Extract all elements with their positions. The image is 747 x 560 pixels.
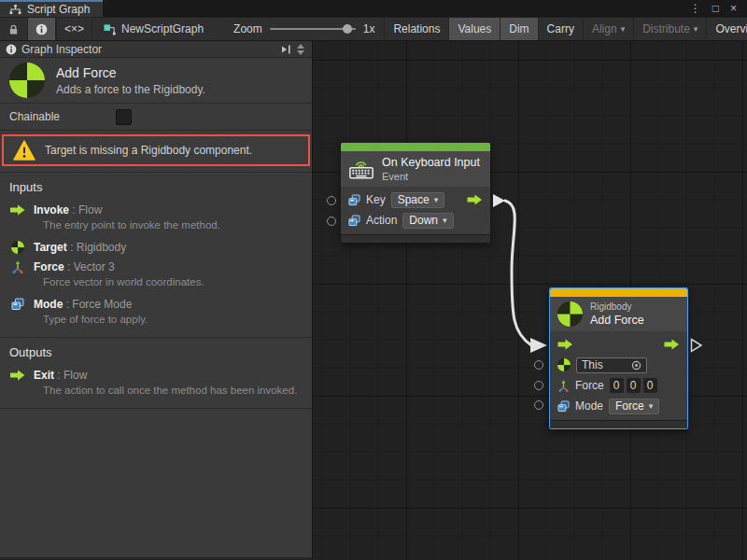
chainable-label: Chainable (9, 110, 60, 123)
inspector-title: Graph Inspector (21, 43, 102, 56)
input-port[interactable] (327, 217, 336, 226)
flow-continue-arrow[interactable] (690, 338, 703, 353)
input-port[interactable] (534, 381, 543, 390)
target-row: This (550, 355, 687, 375)
zoom-slider[interactable] (270, 28, 356, 30)
mode-label: Mode (575, 399, 603, 413)
graph-breadcrumb[interactable]: NewScriptGraph (92, 18, 215, 40)
values-button[interactable]: Values (448, 18, 500, 40)
flow-output-port[interactable] (467, 194, 483, 205)
flow-input-port[interactable] (557, 339, 573, 350)
mode-row: Mode Force ▾ (550, 396, 687, 416)
key-label: Key (366, 193, 386, 206)
enum-icon (9, 298, 26, 311)
chevron-down-icon: ▾ (649, 401, 654, 411)
dock-panel-icon[interactable] (281, 44, 292, 55)
rigidbody-icon (557, 358, 571, 371)
node-title: Add Force (590, 314, 644, 327)
key-dropdown[interactable]: Space ▾ (391, 192, 445, 208)
rigidbody-icon (9, 241, 26, 254)
lock-button[interactable] (0, 18, 28, 40)
chevron-down-icon: ▾ (434, 195, 439, 204)
flow-arrow-icon (9, 370, 26, 381)
event-colorbar (341, 143, 490, 151)
lock-icon (7, 23, 20, 35)
node-subtitle: Event (382, 171, 480, 182)
warning-section: Target is missing a Rigidbody component. (0, 131, 312, 173)
object-picker-icon[interactable] (631, 360, 641, 371)
maximize-icon[interactable]: □ (710, 0, 722, 17)
action-dropdown[interactable]: Down ▾ (402, 213, 453, 229)
port-item-exit: Exit : Flow The action to call once the … (0, 365, 312, 402)
graph-inspector-panel: Graph Inspector Add Force Adds a force t… (0, 41, 313, 560)
scroll-up-icon[interactable] (297, 44, 304, 49)
force-x-field[interactable]: 0 (610, 378, 624, 393)
inputs-section: Inputs Invoke : Flow The entry point to … (0, 173, 312, 338)
wire-start-arrow[interactable] (493, 194, 505, 207)
tab-strip: Script Graph ⋮ □ × (0, 0, 747, 17)
input-port[interactable] (534, 360, 543, 370)
tab-script-graph[interactable]: Script Graph (0, 0, 103, 17)
force-label: Force (575, 379, 604, 392)
force-z-field[interactable]: 0 (643, 378, 657, 393)
info-icon (35, 23, 48, 35)
align-dropdown[interactable]: Align ▾ (583, 18, 633, 40)
force-row: Force 000 (550, 375, 687, 396)
mode-dropdown[interactable]: Force ▾ (609, 399, 659, 414)
force-y-field[interactable]: 0 (627, 378, 641, 393)
enum-icon (557, 400, 570, 413)
node-footer (341, 234, 490, 243)
inspector-titlebar: Graph Inspector (0, 41, 312, 58)
window-controls: ⋮ □ × (687, 0, 747, 17)
graph-name: NewScriptGraph (121, 22, 204, 35)
scroll-down-icon[interactable] (297, 50, 304, 55)
chainable-checkbox[interactable] (116, 109, 132, 125)
input-port[interactable] (327, 196, 336, 205)
close-icon[interactable]: × (727, 0, 740, 17)
zoom-slider-knob[interactable] (343, 24, 352, 34)
scroll-arrows (297, 44, 306, 55)
port-desc: The entry point to invoke the method. (9, 217, 303, 235)
kebab-menu-icon[interactable]: ⋮ (687, 0, 704, 17)
input-port[interactable] (534, 400, 543, 410)
port-item-invoke: Invoke : Flow The entry point to invoke … (0, 200, 312, 237)
distribute-dropdown[interactable]: Distribute ▾ (633, 18, 706, 40)
port-item-target: Target : Rigidbody (0, 237, 312, 257)
port-desc: Type of force to apply. (9, 312, 303, 329)
rigidbody-icon (9, 63, 45, 98)
unit-title: Add Force (56, 65, 205, 80)
inspector-toggle-button[interactable] (28, 18, 56, 40)
keyboard-icon (348, 159, 374, 180)
target-field[interactable]: This (576, 357, 647, 373)
script-graph-window: Script Graph ⋮ □ × <×> NewScriptGraph Zo… (0, 0, 747, 560)
node-footer (550, 420, 687, 428)
dim-button[interactable]: Dim (500, 18, 537, 40)
zoom-control: Zoom 1x (215, 18, 384, 40)
inputs-heading: Inputs (0, 180, 312, 200)
code-view-button[interactable]: <×> (57, 18, 92, 40)
relations-button[interactable]: Relations (384, 18, 448, 40)
carry-button[interactable]: Carry (538, 18, 583, 40)
port-item-force: Force : Vector 3 Force vector in world c… (0, 257, 312, 294)
unit-header: Add Force Adds a force to the Rigidbody. (0, 58, 312, 104)
graph-canvas[interactable]: On Keyboard Input Event Key Space ▾ Acti… (313, 41, 747, 560)
outputs-heading: Outputs (0, 345, 312, 365)
inspector-empty-area (0, 409, 312, 557)
port-desc: The action to call once the method has b… (9, 383, 303, 400)
zoom-label: Zoom (233, 22, 262, 35)
chevron-down-icon: ▾ (694, 24, 698, 34)
unit-summary: Adds a force to the Rigidbody. (56, 83, 205, 96)
key-row: Key Space ▾ (341, 189, 490, 210)
node-add-force[interactable]: Rigidbody Add Force This (549, 287, 688, 429)
warning-colorbar (550, 288, 687, 297)
action-label: Action (366, 214, 397, 227)
flow-output-port[interactable] (664, 339, 680, 350)
outputs-section: Outputs Exit : Flow The action to call o… (0, 338, 312, 409)
chevron-down-icon: ▾ (621, 24, 626, 34)
enum-icon (348, 215, 360, 227)
node-on-keyboard-input[interactable]: On Keyboard Input Event Key Space ▾ Acti… (341, 143, 490, 243)
overview-button[interactable]: Overview (706, 18, 747, 40)
node-body: Key Space ▾ Action Down ▾ (341, 187, 490, 234)
chevron-down-icon: ▾ (443, 216, 447, 225)
port-item-mode: Mode : Force Mode Type of force to apply… (0, 294, 312, 331)
